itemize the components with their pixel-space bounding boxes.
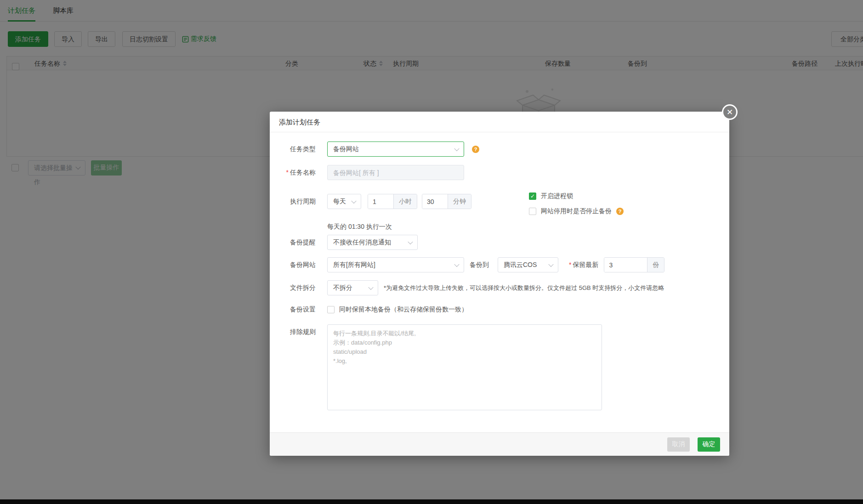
modal-title: 添加计划任务: [270, 112, 729, 132]
task-name-input[interactable]: [327, 165, 464, 180]
modal-body: 任务类型 备份网站 ? *任务名称 执行周期 每天 小时 分钟: [270, 132, 729, 432]
process-lock-label: 开启进程锁: [541, 192, 573, 200]
backup-site-label: 备份网站: [270, 261, 316, 269]
stop-on-disabled-label: 网站停用时是否停止备份: [541, 207, 612, 215]
backup-to-value: 腾讯云COS: [504, 261, 537, 268]
minute-unit-label: 分钟: [448, 194, 471, 209]
task-options: 开启进程锁 网站停用时是否停止备份 ?: [529, 192, 624, 222]
stop-on-disabled-help-icon[interactable]: ?: [616, 208, 624, 215]
stop-on-disabled-checkbox[interactable]: [529, 208, 536, 215]
cycle-period-value: 每天: [333, 198, 346, 205]
minute-input-group: 分钟: [422, 194, 471, 209]
backup-site-select[interactable]: 所有[所有网站]: [327, 257, 464, 272]
hour-input[interactable]: [368, 194, 393, 209]
keep-latest-label: *保留最新: [569, 261, 598, 269]
keep-count-input[interactable]: [604, 258, 647, 272]
keep-unit-label: 份: [647, 258, 664, 272]
add-task-modal: 添加计划任务 任务类型 备份网站 ? *任务名称 执行周期 每天 小时: [270, 112, 729, 456]
file-split-note: *为避免文件过大导致上传失败，可以选择按大小或数量拆分。仅文件超过 5GB 时支…: [384, 284, 664, 292]
cycle-period-select[interactable]: 每天: [327, 194, 361, 209]
process-lock-checkbox[interactable]: [529, 193, 536, 200]
file-split-value: 不拆分: [333, 284, 352, 291]
stop-on-disabled-option[interactable]: 网站停用时是否停止备份 ?: [529, 207, 624, 215]
process-lock-option[interactable]: 开启进程锁: [529, 192, 624, 200]
close-icon[interactable]: ✕: [722, 104, 738, 120]
task-type-help-icon[interactable]: ?: [472, 146, 479, 153]
notify-value: 不接收任何消息通知: [333, 238, 391, 246]
minute-input[interactable]: [422, 194, 448, 209]
backup-to-select[interactable]: 腾讯云COS: [498, 257, 558, 272]
task-type-select[interactable]: 备份网站: [327, 142, 464, 157]
hour-input-group: 小时: [368, 194, 417, 209]
backup-settings-label: 备份设置: [270, 306, 316, 314]
task-name-label: *任务名称: [270, 169, 316, 177]
confirm-button[interactable]: 确定: [698, 437, 720, 452]
keep-count-group: 份: [604, 257, 664, 272]
cancel-button[interactable]: 取消: [667, 437, 690, 452]
file-split-label: 文件拆分: [270, 284, 316, 292]
local-keep-checkbox[interactable]: [327, 306, 335, 313]
notify-select[interactable]: 不接收任何消息通知: [327, 235, 418, 250]
notify-label: 备份提醒: [270, 238, 316, 247]
exclude-rules-textarea[interactable]: [327, 324, 602, 410]
file-split-select[interactable]: 不拆分: [327, 280, 378, 295]
local-keep-label: 同时保留本地备份（和云存储保留份数一致）: [339, 306, 468, 314]
hour-unit-label: 小时: [393, 194, 417, 209]
modal-footer: 取消 确定: [270, 432, 729, 456]
cycle-summary: 每天的 01:30 执行一次: [327, 223, 729, 231]
task-type-label: 任务类型: [270, 145, 316, 153]
task-type-value: 备份网站: [333, 145, 359, 153]
exclude-rules-label: 排除规则: [270, 327, 316, 336]
backup-site-value: 所有[所有网站]: [333, 261, 375, 268]
backup-to-label: 备份到: [470, 261, 489, 269]
cycle-label: 执行周期: [270, 198, 316, 206]
